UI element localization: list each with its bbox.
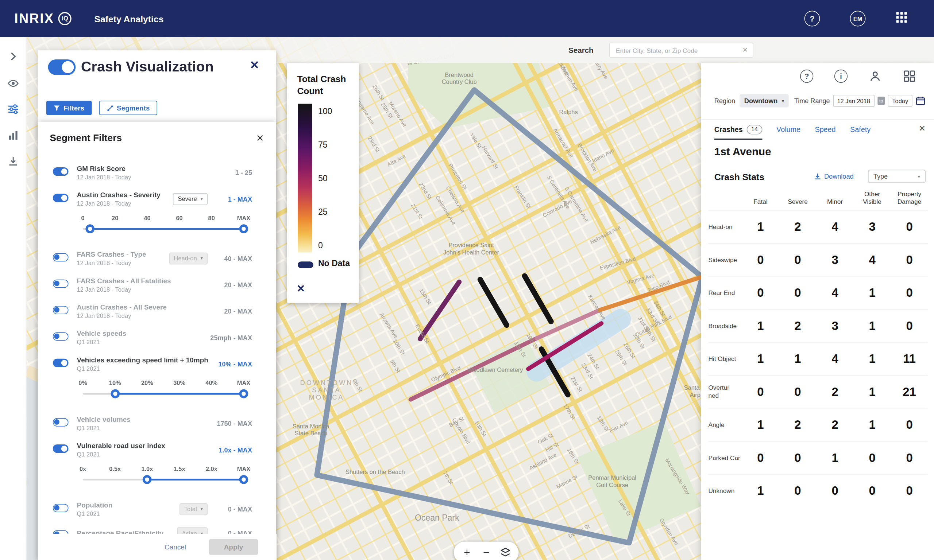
- visibility-eye-icon[interactable]: [8, 78, 18, 89]
- slider-fill: [90, 228, 244, 230]
- filter-toggle[interactable]: [53, 194, 69, 202]
- filter-dropdown[interactable]: Total▾: [179, 503, 208, 515]
- zoom-out-button[interactable]: −: [476, 542, 496, 560]
- crash-count-cell: 0: [742, 286, 779, 300]
- filter-name: Vehicle speeds: [77, 329, 206, 338]
- filter-range-label: 40 - MAX: [215, 255, 252, 262]
- filter-range-label: 1750 - MAX: [215, 420, 252, 427]
- search-box[interactable]: ✕: [609, 43, 754, 58]
- filter-range-label: 20 - MAX: [215, 307, 252, 315]
- filter-toggle[interactable]: [53, 280, 69, 288]
- crash-stats-table: FatalSevereMinorOther VisibleProperty Da…: [708, 190, 928, 507]
- search-input[interactable]: [615, 46, 743, 54]
- bar-chart-icon[interactable]: [8, 130, 18, 141]
- region-select[interactable]: Downtown▾: [740, 94, 789, 107]
- filter-period: 12 Jan 2018 - Today: [77, 200, 168, 207]
- inrix-logo[interactable]: INRIX iQ: [14, 11, 71, 27]
- slider-tick-label: 40%: [205, 380, 217, 386]
- expand-rail-chevron-icon[interactable]: [8, 51, 18, 62]
- app-launcher-icon[interactable]: [896, 11, 908, 26]
- legend-close-icon[interactable]: ✕: [297, 283, 305, 295]
- crash-count-cell: 1: [742, 418, 779, 432]
- tab-crashes[interactable]: Crashes 14: [714, 120, 762, 140]
- details-close-icon[interactable]: ✕: [919, 124, 926, 133]
- apply-button[interactable]: Apply: [209, 539, 258, 555]
- help-icon[interactable]: ?: [799, 69, 814, 83]
- avatar[interactable]: EM: [850, 11, 866, 27]
- crash-visualization-toggle[interactable]: [48, 59, 76, 75]
- filter-toggle[interactable]: [53, 253, 69, 262]
- slider-handle-high[interactable]: [239, 475, 248, 485]
- toggle-knob: [54, 334, 60, 339]
- slider-handle-low[interactable]: [86, 225, 95, 234]
- type-select[interactable]: Type▾: [868, 170, 926, 183]
- tab-safety[interactable]: Safety: [850, 120, 871, 140]
- toggle-knob: [54, 307, 60, 312]
- filter-range-slider[interactable]: 020406080MAX: [83, 215, 244, 235]
- tab-volume[interactable]: Volume: [777, 120, 800, 140]
- slider-tick-label: MAX: [237, 380, 251, 386]
- filter-toggle[interactable]: [53, 359, 69, 367]
- filter-name: Vulnerable road user index: [77, 442, 210, 450]
- panel-icon-row: ? i: [799, 69, 917, 83]
- filters-sliders-icon[interactable]: [8, 104, 18, 115]
- download-button[interactable]: Download: [814, 173, 853, 180]
- slider-handle-low[interactable]: [143, 475, 152, 485]
- info-icon[interactable]: i: [834, 69, 848, 83]
- time-end-chip[interactable]: Today: [888, 95, 912, 107]
- stats-table-header: FatalSevereMinorOther VisibleProperty Da…: [708, 190, 928, 210]
- filter-name: Austin Crashes - All Severe: [77, 303, 210, 312]
- crash-visualization-panel: Crash Visualization ✕ Filters Segments S…: [38, 50, 276, 560]
- chevron-down-icon: ▾: [918, 174, 920, 179]
- help-icon[interactable]: ?: [805, 11, 820, 27]
- table-row: Overtur ned002121: [708, 375, 928, 408]
- clear-search-icon[interactable]: ✕: [743, 46, 748, 54]
- download-icon[interactable]: [8, 156, 18, 167]
- tab-speed[interactable]: Speed: [815, 120, 835, 140]
- segments-icon: [106, 105, 113, 111]
- slider-handle-low[interactable]: [111, 389, 120, 398]
- filter-range-slider[interactable]: 0%10%20%30%40%MAX: [83, 380, 244, 400]
- apps-grid-icon[interactable]: [902, 69, 917, 83]
- panel-close-icon[interactable]: ✕: [250, 58, 259, 72]
- filter-toggle[interactable]: [53, 167, 69, 176]
- column-header: Other Visible: [854, 190, 891, 205]
- account-icon[interactable]: [868, 69, 882, 83]
- layers-button[interactable]: [496, 542, 515, 560]
- cancel-button[interactable]: Cancel: [165, 544, 186, 551]
- street-title: 1st Avenue: [714, 146, 771, 158]
- filter-toggle[interactable]: [53, 332, 69, 340]
- calendar-icon[interactable]: [916, 95, 926, 106]
- filter-range-label: 20 - MAX: [215, 281, 252, 288]
- table-row: Broadside12310: [708, 309, 928, 342]
- filters-button[interactable]: Filters: [46, 101, 92, 115]
- filter-range-slider[interactable]: 0x0.5x1.0x1.5x2.0xMAX: [83, 466, 244, 486]
- filter-toggle[interactable]: [53, 418, 69, 426]
- filter-dropdown[interactable]: Head-on▾: [169, 252, 208, 264]
- segment-filters-close-icon[interactable]: ✕: [256, 132, 264, 144]
- slider-tick-label: 0.5x: [109, 466, 121, 472]
- table-row: Head-on12430: [708, 210, 928, 243]
- crash-count-cell: 1: [817, 451, 854, 465]
- filter-period: 12 Jan 2018 - Today: [77, 174, 210, 181]
- segments-button[interactable]: Segments: [99, 101, 157, 115]
- crash-count-cell: 1: [854, 319, 891, 333]
- filter-toggle[interactable]: [53, 504, 69, 512]
- slider-tick-label: MAX: [237, 466, 251, 472]
- filter-toggle[interactable]: [53, 445, 69, 453]
- crash-count-cell: 0: [779, 484, 817, 498]
- slider-tick-label: 1.5x: [174, 466, 185, 472]
- toggle-knob: [61, 446, 67, 451]
- row-label: Overtur ned: [708, 384, 742, 400]
- crash-count-cell: 1: [854, 352, 891, 366]
- filter-toggle[interactable]: [53, 306, 69, 314]
- legend-gradient-bar: [298, 104, 312, 253]
- filter-dropdown[interactable]: Severe▾: [173, 193, 208, 205]
- slider-handle-high[interactable]: [239, 389, 248, 398]
- map-label: Santa MonicaState Beach: [293, 423, 330, 437]
- slider-handle-high[interactable]: [239, 225, 248, 234]
- time-start-chip[interactable]: 12 Jan 2018: [833, 95, 874, 107]
- filter-row: Vehicle speeds Q1 2021 25mph - MAX: [53, 325, 252, 351]
- slider-track: [83, 479, 244, 481]
- zoom-in-button[interactable]: +: [458, 542, 477, 560]
